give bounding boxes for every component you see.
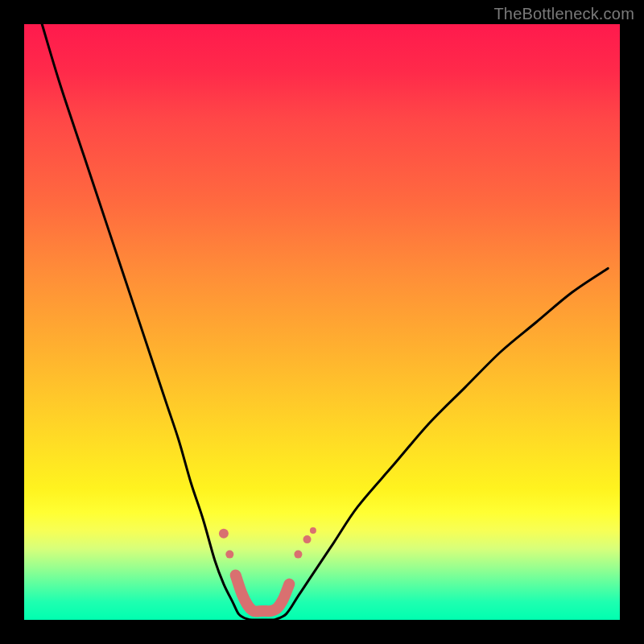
curve-right-branch [275, 268, 608, 620]
marker-dot-0 [219, 529, 229, 539]
chart-plot-area [24, 24, 620, 620]
marker-sausage [236, 576, 290, 612]
marker-dot-3 [303, 535, 312, 543]
marker-dot-1 [225, 551, 233, 559]
chart-frame: TheBottleneck.com [0, 0, 644, 644]
chart-curves [42, 24, 608, 620]
watermark-text: TheBottleneck.com [493, 5, 634, 23]
curve-left-branch [42, 24, 250, 620]
chart-markers [219, 527, 316, 611]
marker-dot-4 [310, 527, 316, 534]
chart-overlay [24, 24, 620, 620]
marker-dot-2 [294, 551, 302, 559]
